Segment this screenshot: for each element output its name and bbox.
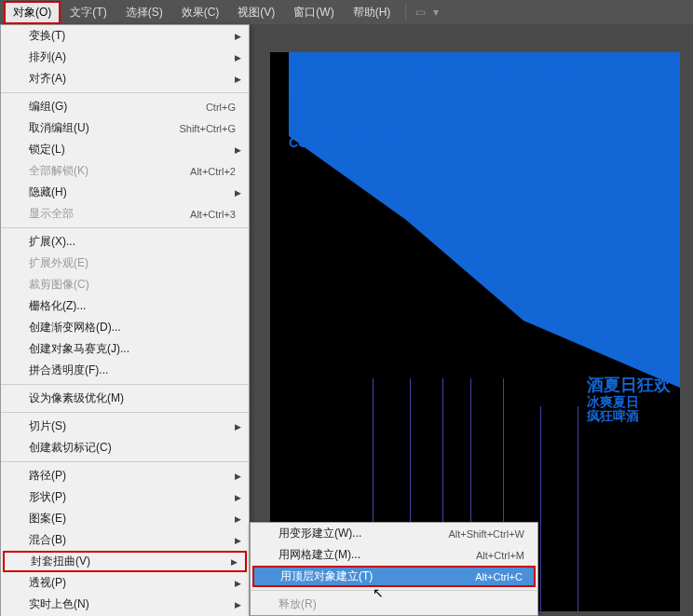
submenu-make-with-top-object[interactable]: 用顶层对象建立(T)Alt+Ctrl+C	[252, 566, 536, 587]
menu-lock[interactable]: 锁定(L)▶	[1, 139, 249, 160]
envelope-submenu: 用变形建立(W)...Alt+Shift+Ctrl+W 用网格建立(M)...A…	[250, 522, 538, 616]
menu-transform[interactable]: 变换(T)▶	[1, 25, 249, 47]
menu-gradient-mesh[interactable]: 创建渐变网格(D)...	[1, 317, 249, 338]
envelope-shape	[289, 52, 680, 388]
chevron-right-icon: ▶	[235, 422, 241, 431]
chevron-right-icon: ▶	[235, 579, 241, 588]
menu-crop-image: 裁剪图像(C)	[1, 274, 249, 295]
chevron-right-icon: ▶	[235, 53, 241, 62]
menu-expand-appearance: 扩展外观(E)	[1, 253, 249, 274]
chevron-right-icon: ▶	[235, 32, 241, 41]
menu-slice[interactable]: 切片(S)▶	[1, 416, 249, 437]
menu-expand[interactable]: 扩展(X)...	[1, 231, 249, 253]
menu-path[interactable]: 路径(P)▶	[1, 465, 249, 486]
menu-effect[interactable]: 效果(C)	[172, 1, 229, 24]
menu-divider	[405, 4, 406, 21]
menu-pattern[interactable]: 图案(E)▶	[1, 508, 249, 529]
chevron-right-icon: ▶	[235, 536, 241, 545]
separator	[251, 590, 537, 591]
menu-view[interactable]: 视图(V)	[228, 1, 284, 24]
chevron-right-icon: ▶	[235, 514, 241, 524]
doc-setup-icon[interactable]: ▭	[412, 6, 429, 19]
menu-arrange[interactable]: 排列(A)▶	[1, 47, 249, 68]
chevron-right-icon: ▶	[235, 472, 241, 481]
chevron-right-icon: ▶	[235, 600, 241, 609]
menu-pixel-perfect[interactable]: 设为像素级优化(M)	[1, 388, 249, 409]
chevron-right-icon: ▶	[231, 557, 238, 567]
menu-help[interactable]: 帮助(H)	[344, 1, 401, 24]
menu-mosaic[interactable]: 创建对象马赛克(J)...	[1, 338, 249, 360]
submenu-make-with-warp[interactable]: 用变形建立(W)...Alt+Shift+Ctrl+W	[251, 523, 537, 544]
chevron-right-icon: ▶	[235, 188, 241, 198]
menu-align[interactable]: 对齐(A)▶	[1, 68, 249, 89]
menu-envelope-distort[interactable]: 封套扭曲(V)▶	[3, 551, 247, 572]
menu-perspective[interactable]: 透视(P)▶	[1, 572, 249, 594]
separator	[1, 412, 249, 413]
menu-ungroup[interactable]: 取消编组(U)Shift+Ctrl+G	[1, 117, 249, 139]
separator	[1, 461, 249, 462]
menu-shape[interactable]: 形状(P)▶	[1, 486, 249, 508]
separator	[1, 92, 249, 93]
chevron-right-icon: ▶	[235, 75, 241, 84]
menu-flatten-transparency[interactable]: 拼合透明度(F)...	[1, 360, 249, 381]
menu-window[interactable]: 窗口(W)	[284, 1, 343, 24]
lower-text-block: 酒夏日狂欢 冰爽夏日 疯狂啤酒	[587, 376, 693, 424]
menubar: 对象(O) 文字(T) 选择(S) 效果(C) 视图(V) 窗口(W) 帮助(H…	[0, 0, 693, 24]
menu-live-paint[interactable]: 实时上色(N)▶	[1, 594, 249, 615]
chevron-down-icon[interactable]: ▾	[429, 6, 442, 19]
chevron-right-icon: ▶	[235, 493, 241, 502]
separator	[1, 384, 249, 385]
menu-blend[interactable]: 混合(B)▶	[1, 529, 249, 551]
menu-type[interactable]: 文字(T)	[61, 1, 116, 24]
separator	[1, 227, 249, 228]
cursor-icon: ↖	[373, 585, 384, 600]
menu-trim-marks[interactable]: 创建裁切标记(C)	[1, 437, 249, 459]
menu-object[interactable]: 对象(O)	[4, 1, 61, 24]
submenu-make-with-mesh[interactable]: 用网格建立(M)...Alt+Ctrl+M	[251, 544, 537, 566]
menu-group[interactable]: 编组(G)Ctrl+G	[1, 96, 249, 117]
menu-unlock-all: 全部解锁(K)Alt+Ctrl+2	[1, 160, 249, 182]
menu-select[interactable]: 选择(S)	[116, 1, 172, 24]
menu-show-all: 显示全部Alt+Ctrl+3	[1, 203, 249, 225]
chevron-right-icon: ▶	[235, 145, 241, 155]
submenu-release: 释放(R)	[251, 594, 537, 615]
menu-hide[interactable]: 隐藏(H)▶	[1, 182, 249, 203]
object-menu-dropdown: 变换(T)▶ 排列(A)▶ 对齐(A)▶ 编组(G)Ctrl+G 取消编组(U)…	[0, 24, 250, 616]
menu-rasterize[interactable]: 栅格化(Z)...	[1, 295, 249, 317]
